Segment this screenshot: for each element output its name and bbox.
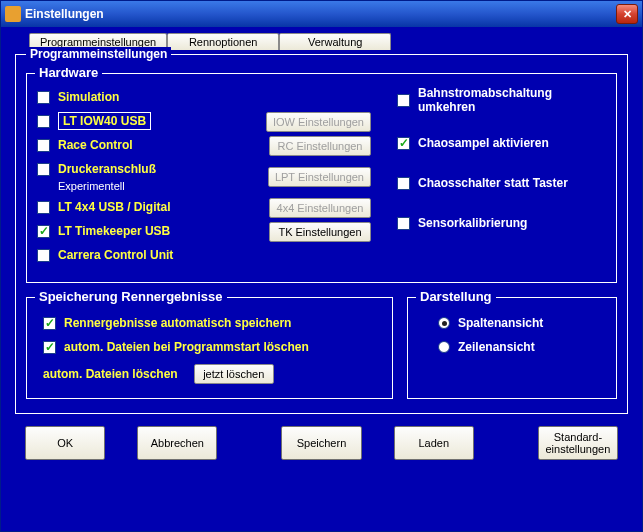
group-view-label: Darstellung	[416, 289, 496, 304]
save-button[interactable]: Speichern	[281, 426, 361, 460]
group-program-label: Programmeinstellungen	[26, 47, 171, 61]
label-chaosschalter[interactable]: Chaosschalter statt Taster	[418, 176, 568, 190]
label-lt4x4[interactable]: LT 4x4 USB / Digital	[58, 200, 170, 214]
checkbox-race-control[interactable]	[37, 139, 50, 152]
ok-button[interactable]: OK	[25, 426, 105, 460]
label-bahnstrom[interactable]: Bahnstromabschaltung umkehren	[418, 86, 606, 114]
tab-race-options[interactable]: Rennoptionen	[167, 33, 279, 50]
checkbox-simulation[interactable]	[37, 91, 50, 104]
label-carrera[interactable]: Carrera Control Unit	[58, 248, 173, 262]
checkbox-printer-port[interactable]	[37, 163, 50, 176]
radio-row-view[interactable]	[438, 341, 450, 353]
app-icon	[5, 6, 21, 22]
close-button[interactable]: ✕	[616, 4, 638, 24]
checkbox-bahnstrom[interactable]	[397, 94, 410, 107]
group-storage-label: Speicherung Rennergebnisse	[35, 289, 227, 304]
radio-column-view[interactable]	[438, 317, 450, 329]
hardware-left-col: Simulation LT IOW40 USB IOW Einstellunge…	[37, 86, 377, 268]
button-tk-settings[interactable]: TK Einstellungen	[269, 222, 371, 242]
button-lpt-settings: LPT Einstellungen	[268, 167, 371, 187]
group-program-settings: Programmeinstellungen Hardware Simulatio…	[15, 54, 628, 414]
tab-administration[interactable]: Verwaltung	[279, 33, 391, 50]
label-autodelete: autom. Dateien löschen	[43, 367, 178, 381]
group-hardware-label: Hardware	[35, 65, 102, 80]
hardware-right-col: Bahnstromabschaltung umkehren Chaosampel…	[377, 86, 606, 268]
checkbox-autodelete-start[interactable]	[43, 341, 56, 354]
button-rc-settings: RC Einstellungen	[269, 136, 371, 156]
label-simulation[interactable]: Simulation	[58, 90, 119, 104]
settings-window: Einstellungen ✕ Programmeinstellungen Re…	[0, 0, 643, 532]
content-area: Programmeinstellungen Rennoptionen Verwa…	[1, 27, 642, 531]
close-icon: ✕	[623, 8, 632, 21]
checkbox-iow40[interactable]	[37, 115, 50, 128]
label-autosave[interactable]: Rennergebnisse automatisch speichern	[64, 316, 291, 330]
label-iow40[interactable]: LT IOW40 USB	[58, 112, 151, 130]
titlebar: Einstellungen ✕	[1, 1, 642, 27]
load-button[interactable]: Laden	[394, 426, 474, 460]
group-hardware: Hardware Simulation LT IOW40	[26, 73, 617, 283]
label-race-control[interactable]: Race Control	[58, 138, 133, 152]
label-column-view[interactable]: Spaltenansicht	[458, 316, 543, 330]
group-view: Darstellung Spaltenansicht Zeilenansicht	[407, 297, 617, 399]
button-bar: OK Abbrechen Speichern Laden Standard- e…	[11, 420, 632, 470]
cancel-button[interactable]: Abbrechen	[137, 426, 217, 460]
checkbox-chaosampel[interactable]	[397, 137, 410, 150]
checkbox-sensorkal[interactable]	[397, 217, 410, 230]
button-iow-settings: IOW Einstellungen	[266, 112, 371, 132]
label-sensorkal[interactable]: Sensorkalibrierung	[418, 216, 527, 230]
button-4x4-settings: 4x4 Einstellungen	[269, 198, 371, 218]
label-autodelete-start[interactable]: autom. Dateien bei Programmstart löschen	[64, 340, 309, 354]
checkbox-timekeeper[interactable]	[37, 225, 50, 238]
label-chaosampel[interactable]: Chaosampel aktivieren	[418, 136, 549, 150]
window-title: Einstellungen	[25, 7, 104, 21]
checkbox-autosave[interactable]	[43, 317, 56, 330]
label-timekeeper[interactable]: LT Timekeeper USB	[58, 224, 170, 238]
button-delete-now[interactable]: jetzt löschen	[194, 364, 274, 384]
label-row-view[interactable]: Zeilenansicht	[458, 340, 535, 354]
checkbox-lt4x4[interactable]	[37, 201, 50, 214]
group-storage: Speicherung Rennergebnisse Rennergebniss…	[26, 297, 393, 399]
defaults-button[interactable]: Standard- einstellungen	[538, 426, 618, 460]
label-printer-port[interactable]: Druckeranschluß	[58, 162, 156, 176]
label-printer-sub: Experimentell	[58, 180, 156, 192]
checkbox-chaosschalter[interactable]	[397, 177, 410, 190]
checkbox-carrera[interactable]	[37, 249, 50, 262]
